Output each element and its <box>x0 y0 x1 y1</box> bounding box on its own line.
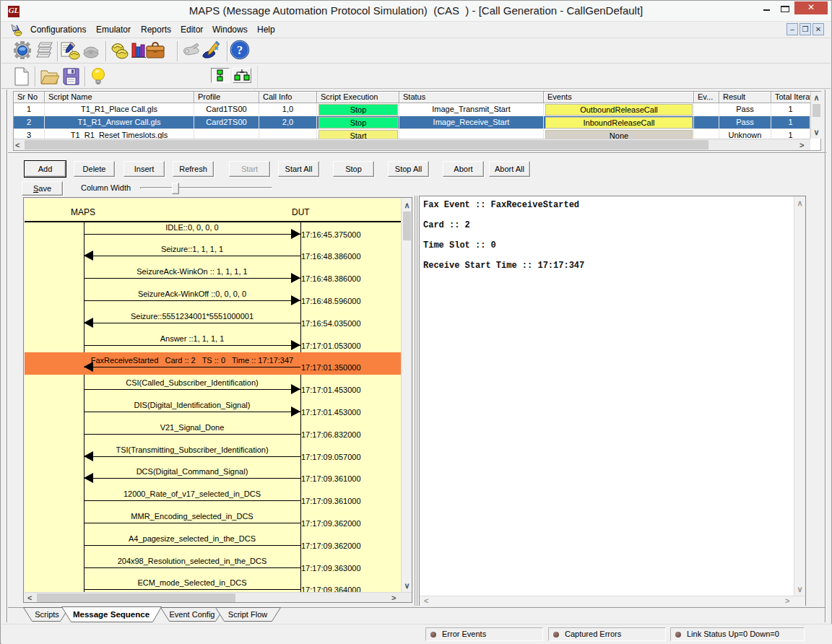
svg-text:Script Flow: Script Flow <box>228 610 267 619</box>
svg-text:Message Sequence: Message Sequence <box>73 610 150 619</box>
svg-text:Scripts: Scripts <box>35 610 59 619</box>
svg-text:?: ? <box>237 43 243 57</box>
svg-text:Event Config: Event Config <box>170 610 215 619</box>
